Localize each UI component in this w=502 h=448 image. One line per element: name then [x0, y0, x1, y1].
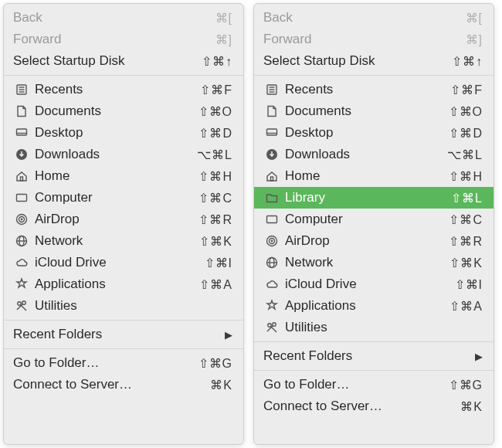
menu-item-desktop[interactable]: Desktop⇧⌘D — [254, 122, 494, 144]
menu-item-computer[interactable]: Computer⇧⌘C — [4, 187, 243, 209]
menu-item-recent-folders[interactable]: Recent Folders▶ — [254, 345, 494, 367]
menu-item-label: iCloud Drive — [285, 277, 455, 292]
menu-item-shortcut: ⌘[ — [215, 11, 232, 25]
menu-item-network[interactable]: Network⇧⌘K — [4, 230, 243, 252]
menu-item-label: Back — [13, 10, 215, 25]
menu-item-network[interactable]: Network⇧⌘K — [254, 252, 494, 273]
menu-item-shortcut: ⇧⌘↑ — [202, 54, 232, 69]
menu-item-connect-to-server[interactable]: Connect to Server…⌘K — [254, 395, 494, 417]
menu-item-shortcut: ⌘] — [215, 32, 232, 47]
menu-item-label: Documents — [35, 104, 198, 119]
menu-item-home[interactable]: Home⇧⌘H — [4, 165, 243, 187]
downloads-icon — [263, 148, 280, 161]
menu-item-utilities[interactable]: Utilities — [4, 295, 243, 317]
menu-item-documents[interactable]: Documents⇧⌘O — [254, 100, 494, 122]
menu-item-back: Back⌘[ — [254, 7, 494, 29]
desktop-icon — [263, 126, 280, 140]
menu-item-icloud-drive[interactable]: iCloud Drive⇧⌘I — [4, 252, 243, 273]
apps-icon — [13, 277, 30, 291]
menu-item-applications[interactable]: Applications⇧⌘A — [4, 273, 243, 295]
menu-item-label: Select Startup Disk — [13, 53, 202, 69]
menu-item-recents[interactable]: Recents⇧⌘F — [4, 79, 243, 100]
menu-item-label: Recent Folders — [263, 348, 475, 364]
menu-item-label: Go to Folder… — [263, 377, 449, 392]
submenu-arrow-icon: ▶ — [225, 329, 232, 341]
menu-item-shortcut: ⌘] — [466, 32, 483, 47]
menu-item-shortcut: ⇧⌘H — [449, 169, 483, 184]
submenu-arrow-icon: ▶ — [475, 351, 483, 362]
menu-item-airdrop[interactable]: AirDrop⇧⌘R — [254, 230, 494, 252]
menu-item-label: Recents — [35, 82, 200, 97]
menu-item-applications[interactable]: Applications⇧⌘A — [254, 295, 494, 317]
menu-item-recents[interactable]: Recents⇧⌘F — [254, 79, 494, 100]
menu-item-shortcut: ⌘K — [460, 399, 483, 414]
menu-item-connect-to-server[interactable]: Connect to Server…⌘K — [4, 374, 243, 395]
menu-item-label: Downloads — [285, 147, 447, 162]
folder-icon — [263, 191, 280, 205]
menu-item-shortcut: ⇧⌘D — [449, 126, 483, 141]
menu-item-airdrop[interactable]: AirDrop⇧⌘R — [4, 209, 243, 230]
menu-item-utilities[interactable]: Utilities — [254, 317, 494, 338]
menu-item-downloads[interactable]: Downloads⌥⌘L — [254, 144, 494, 165]
menu-item-shortcut: ⇧⌘A — [199, 277, 232, 292]
menu-item-shortcut: ⇧⌘C — [449, 212, 483, 227]
menu-item-go-to-folder[interactable]: Go to Folder…⇧⌘G — [4, 352, 243, 374]
utilities-icon — [13, 299, 30, 313]
menu-item-label: Select Startup Disk — [263, 53, 452, 69]
go-menu-left: Back⌘[Forward⌘]Select Startup Disk⇧⌘↑Rec… — [3, 3, 244, 445]
home-icon — [263, 169, 280, 183]
menu-item-label: Recents — [285, 82, 450, 97]
menu-item-label: Library — [285, 190, 451, 205]
menu-item-shortcut: ⇧⌘K — [449, 256, 483, 270]
menu-item-label: Home — [35, 168, 198, 184]
menu-item-documents[interactable]: Documents⇧⌘O — [4, 100, 243, 122]
menu-item-shortcut: ⌘K — [210, 378, 232, 392]
menu-item-label: Desktop — [35, 125, 198, 141]
menu-item-shortcut: ⇧⌘I — [455, 277, 483, 292]
menu-item-shortcut: ⌥⌘L — [447, 148, 483, 162]
computer-icon — [13, 191, 30, 205]
apps-icon — [263, 299, 280, 313]
menu-item-go-to-folder[interactable]: Go to Folder…⇧⌘G — [254, 374, 494, 395]
menu-item-label: Applications — [285, 298, 449, 314]
menu-item-desktop[interactable]: Desktop⇧⌘D — [4, 122, 243, 144]
computer-icon — [263, 212, 280, 226]
menu-item-shortcut: ⇧⌘H — [198, 169, 232, 184]
recents-icon — [263, 83, 280, 97]
menu-item-label: iCloud Drive — [35, 255, 205, 270]
documents-icon — [13, 104, 30, 118]
network-icon — [263, 256, 280, 270]
menu-separator — [254, 75, 494, 76]
menu-item-label: Desktop — [285, 125, 449, 141]
menu-item-computer[interactable]: Computer⇧⌘C — [254, 209, 494, 230]
icloud-icon — [13, 256, 30, 270]
menu-item-recent-folders[interactable]: Recent Folders▶ — [4, 324, 243, 345]
airdrop-icon — [263, 234, 280, 248]
menu-item-select-startup-disk[interactable]: Select Startup Disk⇧⌘↑ — [254, 50, 494, 72]
menu-item-shortcut: ⌘[ — [466, 11, 483, 25]
downloads-icon — [13, 148, 30, 161]
menu-item-shortcut: ⇧⌘C — [198, 191, 232, 205]
desktop-icon — [13, 126, 30, 140]
menu-item-shortcut: ⇧⌘R — [198, 212, 232, 227]
menu-separator — [4, 348, 243, 349]
menu-item-label: Documents — [285, 104, 449, 119]
menu-item-shortcut: ⇧⌘O — [198, 104, 232, 119]
menu-item-back: Back⌘[ — [4, 7, 243, 29]
menu-item-label: Home — [285, 168, 449, 184]
menu-item-select-startup-disk[interactable]: Select Startup Disk⇧⌘↑ — [4, 50, 243, 72]
menu-item-icloud-drive[interactable]: iCloud Drive⇧⌘I — [254, 273, 494, 295]
airdrop-icon — [13, 212, 30, 226]
utilities-icon — [263, 321, 280, 334]
menu-item-label: Applications — [35, 277, 199, 292]
menu-item-shortcut: ⇧⌘D — [198, 126, 232, 141]
menu-item-home[interactable]: Home⇧⌘H — [254, 165, 494, 187]
menu-item-shortcut: ⇧⌘F — [200, 83, 232, 97]
menu-item-label: Go to Folder… — [13, 355, 198, 371]
menu-separator — [254, 370, 494, 371]
network-icon — [13, 234, 30, 248]
menu-item-downloads[interactable]: Downloads⌥⌘L — [4, 144, 243, 165]
documents-icon — [263, 104, 280, 118]
menu-item-label: Connect to Server… — [13, 377, 210, 392]
menu-item-library[interactable]: Library⇧⌘L — [254, 187, 494, 209]
